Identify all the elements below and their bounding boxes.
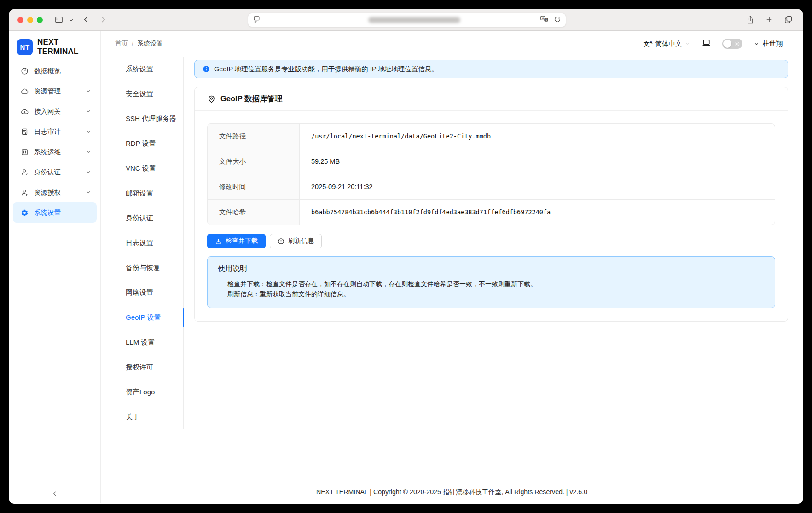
sidebar-item-gateway[interactable]: 接入网关: [13, 101, 97, 121]
info-alert: GeoIP 地理位置服务是专业版功能，用于提供精确的 IP 地址地理位置信息。: [194, 60, 788, 78]
chevron-down-icon: [86, 169, 91, 175]
breadcrumb-current: 系统设置: [137, 40, 163, 48]
chevron-left-icon: [52, 490, 58, 497]
usage-note: 使用说明 检查并下载：检查文件是否存在，如不存在则自动下载，存在则检查文件哈希是…: [207, 256, 775, 308]
submenu-item-vnc[interactable]: VNC 设置: [101, 156, 183, 181]
chevron-down-icon: [86, 149, 91, 155]
browser-window: A文 NT NEXT TERMINAL: [9, 9, 803, 504]
language-selector[interactable]: 文A 简体中文: [644, 40, 690, 48]
sidebar-item-identity[interactable]: 身份认证: [13, 162, 97, 182]
tab-overview-icon[interactable]: [784, 15, 793, 26]
table-row: 文件大小 59.25 MB: [208, 149, 775, 174]
settings-submenu: 系统设置 安全设置 SSH 代理服务器 RDP 设置 VNC 设置 邮箱设置 身…: [101, 57, 184, 480]
back-icon[interactable]: [82, 15, 91, 24]
table-row: 文件哈希 b6abb754784b31cb6b444f3b110f2fd9fdf…: [208, 200, 775, 225]
sidebar-item-ops[interactable]: 系统运维: [13, 142, 97, 162]
ops-icon: [21, 148, 29, 156]
row-label: 修改时间: [208, 174, 300, 199]
info-circle-icon: [278, 238, 284, 245]
zoom-window-button[interactable]: [37, 17, 43, 23]
app-title: NEXT TERMINAL: [37, 38, 100, 56]
submenu-item-mail[interactable]: 邮箱设置: [101, 181, 183, 206]
sidebar-item-label: 日志审计: [34, 127, 86, 136]
user-name: 杜世翔: [763, 40, 783, 48]
info-circle-icon: [203, 65, 210, 73]
window-controls: [17, 17, 43, 23]
app-root: NT NEXT TERMINAL 数据概览 资源管理 接入网关: [9, 31, 803, 503]
file-path-value: /usr/local/next-terminal/data/GeoLite2-C…: [300, 124, 775, 149]
chevron-down-icon: [86, 129, 91, 134]
card-title: GeoIP 数据库管理: [220, 94, 282, 104]
sidebar-item-label: 系统运维: [34, 148, 86, 156]
submenu-item-llm[interactable]: LLM 设置: [101, 330, 183, 355]
theme-toggle[interactable]: [722, 39, 742, 49]
download-icon: [215, 238, 222, 245]
submenu-item-asset-logo[interactable]: 资产Logo: [101, 380, 183, 404]
sidebar-item-label: 资源授权: [34, 188, 86, 197]
close-window-button[interactable]: [17, 17, 23, 23]
reload-icon[interactable]: [554, 16, 561, 25]
refresh-info-button[interactable]: 刷新信息: [270, 234, 322, 248]
sidebar-item-audit[interactable]: 日志审计: [13, 121, 97, 142]
submenu-item-ssh-proxy[interactable]: SSH 代理服务器: [101, 106, 183, 131]
table-row: 文件路径 /usr/local/next-terminal/data/GeoLi…: [208, 124, 775, 149]
forward-icon[interactable]: [99, 15, 107, 24]
submenu-item-security[interactable]: 安全设置: [101, 81, 183, 106]
share-icon[interactable]: [746, 15, 754, 26]
reader-icon[interactable]: [253, 15, 261, 25]
audit-log-icon: [21, 128, 29, 136]
sidebar-toggle-icon[interactable]: [54, 15, 64, 24]
submenu-item-license[interactable]: 授权许可: [101, 355, 183, 380]
sidebar-item-authorization[interactable]: 资源授权: [13, 182, 97, 202]
sidebar-item-label: 身份认证: [34, 168, 86, 177]
usage-title: 使用说明: [218, 264, 765, 274]
submenu-item-rdp[interactable]: RDP 设置: [101, 131, 183, 156]
submenu-item-about[interactable]: 关于: [101, 404, 183, 429]
sidebar-item-resources[interactable]: 资源管理: [13, 81, 97, 101]
app-logo: NT: [17, 39, 33, 55]
monitor-icon[interactable]: [702, 38, 711, 49]
sidebar-item-settings[interactable]: 系统设置: [13, 202, 97, 223]
translate-icon[interactable]: A文: [540, 16, 549, 25]
table-row: 修改时间 2025-09-21 20:11:32: [208, 174, 775, 200]
user-menu[interactable]: 杜世翔: [754, 40, 783, 48]
main-content: GeoIP 地理位置服务是专业版功能，用于提供精确的 IP 地址地理位置信息。 …: [184, 57, 803, 480]
cloud-icon: [21, 87, 29, 95]
sidebar-item-label: 系统设置: [34, 208, 91, 217]
user-icon: [21, 168, 29, 176]
usage-line: 刷新信息：重新获取当前文件的详细信息。: [218, 289, 765, 299]
address-bar[interactable]: A文: [248, 13, 566, 27]
submenu-item-network[interactable]: 网络设置: [101, 280, 183, 305]
location-pin-icon: [207, 95, 216, 104]
svg-text:文: 文: [545, 18, 548, 21]
primary-nav: 数据概览 资源管理 接入网关 日志审计: [13, 61, 97, 223]
new-tab-icon[interactable]: [765, 15, 773, 26]
submenu-item-geoip[interactable]: GeoIP 设置: [101, 305, 183, 330]
footer-copyright: NEXT TERMINAL | Copyright © 2020-2025 指针…: [101, 480, 803, 503]
submenu-item-backup[interactable]: 备份与恢复: [101, 255, 183, 280]
submenu-item-log[interactable]: 日志设置: [101, 231, 183, 255]
file-hash-value: b6abb754784b31cb6b444f3b110f2fd9fdf4ed3a…: [300, 200, 775, 225]
minimize-window-button[interactable]: [27, 17, 33, 23]
row-label: 文件路径: [208, 124, 300, 149]
brand: NT NEXT TERMINAL: [17, 38, 100, 56]
submenu-item-system[interactable]: 系统设置: [101, 57, 183, 81]
alert-text: GeoIP 地理位置服务是专业版功能，用于提供精确的 IP 地址地理位置信息。: [214, 65, 438, 74]
usage-line: 检查并下载：检查文件是否存在，如不存在则自动下载，存在则检查文件哈希是否一致，不…: [218, 279, 765, 289]
sidebar-item-label: 数据概览: [34, 67, 91, 75]
sidebar-item-label: 接入网关: [34, 107, 86, 116]
check-download-button[interactable]: 检查并下载: [207, 234, 266, 248]
submenu-item-identity[interactable]: 身份认证: [101, 206, 183, 231]
chevron-down-icon: [86, 109, 91, 114]
modified-time-value: 2025-09-21 20:11:32: [300, 174, 775, 199]
toggle-knob: [723, 40, 731, 48]
breadcrumb-home[interactable]: 首页: [115, 40, 128, 48]
chevron-down-icon[interactable]: [69, 17, 74, 23]
sidebar-collapse-button[interactable]: [9, 490, 100, 497]
gauge-icon: [21, 67, 29, 75]
translate-icon: 文A: [644, 40, 653, 47]
breadcrumb: 首页 / 系统设置: [115, 40, 163, 48]
sidebar-item-dashboard[interactable]: 数据概览: [13, 61, 97, 81]
svg-text:A: A: [542, 16, 544, 19]
active-indicator: [183, 308, 184, 327]
